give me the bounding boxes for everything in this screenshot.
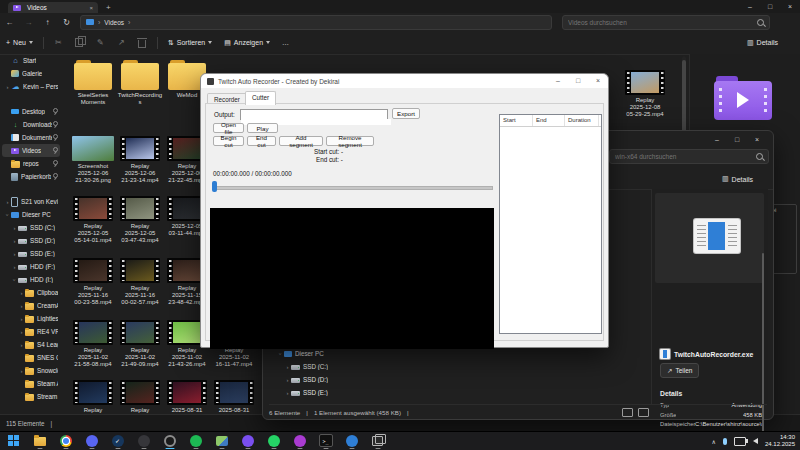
taskbar-icon-purple-app[interactable] (240, 433, 255, 448)
search-input[interactable] (615, 153, 756, 160)
details-pane-toggle[interactable]: ▥ Details (716, 175, 759, 183)
search-box[interactable] (562, 15, 770, 30)
seek-slider-thumb[interactable] (212, 181, 217, 192)
close-button[interactable]: × (780, 0, 800, 12)
sidebar-item-start[interactable]: Start (2, 54, 60, 67)
minimize-button[interactable]: – (707, 133, 727, 145)
sidebar-item-steam-achiev[interactable]: Steam Achiev (2, 377, 60, 390)
segments-table[interactable]: StartEndDuration (499, 114, 602, 334)
column-header-end[interactable]: End (533, 115, 565, 126)
microphone-icon[interactable] (723, 438, 727, 445)
chevron-down-icon[interactable]: › (278, 350, 284, 357)
column-header-start[interactable]: Start (500, 115, 533, 126)
sidebar-item-ssd-e[interactable]: ›SSD (E:) (275, 386, 381, 399)
sidebar-item-ssd-c[interactable]: ›SSD (C:) (2, 221, 60, 234)
sidebar-item-ssd-c[interactable]: ›SSD (C:) (275, 360, 381, 373)
sidebar-item-s4-league[interactable]: ›S4 League (2, 338, 60, 351)
chevron-right-icon[interactable]: › (18, 303, 25, 309)
play-button[interactable]: Play (247, 123, 278, 133)
seek-slider-track[interactable] (213, 186, 493, 190)
file-tile-twitchrecording-s[interactable]: TwitchRecordings (117, 58, 163, 106)
back-button[interactable]: ← (0, 18, 19, 27)
close-button[interactable]: × (588, 74, 608, 86)
minimize-button[interactable]: – (740, 0, 760, 12)
pane-scrollbar[interactable] (762, 253, 764, 450)
taskbar-icon-recorder-app[interactable] (162, 433, 177, 448)
chevron-right-icon[interactable]: › (18, 290, 25, 296)
file-tile-replay-2025-12-06-21-23-14-mp4[interactable]: Replay2025-12-0621-23-14.mp4 (117, 136, 163, 185)
sidebar-item-dieser-pc[interactable]: ›Dieser PC (2, 208, 60, 221)
file-tile-replay-2025-12-08-05-29-25-mp4[interactable]: Replay2025-12-0805-29-25.mp4 (622, 70, 668, 119)
grid-view-icon[interactable] (638, 408, 649, 417)
breadcrumb[interactable]: › Videos › (80, 15, 552, 30)
chevron-down-icon[interactable]: › (12, 276, 18, 283)
sidebar-item-repos[interactable]: repos (2, 157, 60, 170)
sidebar-item-videos[interactable]: Videos (2, 144, 60, 157)
taskbar-icon-file-explorer[interactable] (32, 433, 47, 448)
taskbar-icon-blue-circle-app[interactable] (84, 433, 99, 448)
chevron-right-icon[interactable]: › (18, 342, 25, 348)
sidebar-item-snowcloak[interactable]: ›Snowcloak (2, 364, 60, 377)
sidebar-item-hdd-i[interactable]: ›HDD (I:) (2, 273, 60, 286)
forward-button[interactable]: → (19, 18, 38, 27)
taskbar-icon-chrome[interactable] (58, 433, 73, 448)
refresh-button[interactable]: ↻ (57, 18, 76, 27)
search-input[interactable] (568, 19, 757, 26)
sidebar-item-desktop[interactable]: Desktop (2, 105, 60, 118)
remove-segment-button[interactable]: Remove segment (326, 136, 374, 146)
add-segment-button[interactable]: Add segment (279, 136, 323, 146)
file-tile-replay-2025-12-05-05-14-01-mp4[interactable]: Replay2025-12-0505-14-01.mp4 (70, 196, 116, 245)
sidebar-item-downloads[interactable]: Downloads (2, 118, 60, 131)
rename-icon[interactable]: ✎ (94, 36, 107, 49)
begin-cut-button[interactable]: Begin cut (213, 136, 244, 146)
file-tile-replay-2025-11-02-21-58-08-mp4[interactable]: Replay2025-11-0221-58-08.mp4 (70, 320, 116, 369)
export-button[interactable]: Export (392, 108, 420, 119)
chevron-right-icon[interactable]: › (18, 368, 25, 374)
file-tile-replay-2025-12-05-03-47-43-mp4[interactable]: Replay2025-12-0503-47-43.mp4 (117, 196, 163, 245)
sidebar-item-clipboard-hist[interactable]: ›Clipboard Hist (2, 286, 60, 299)
sort-button[interactable]: ⇅ Sortieren (162, 39, 218, 47)
sidebar-item-stream-deck[interactable]: Stream Deck (2, 390, 60, 403)
chevron-right-icon[interactable]: › (18, 329, 25, 335)
clock[interactable]: 14:30 24.12.2025 (765, 434, 798, 448)
sidebar-item-kevin-pers-nli[interactable]: ›Kevin – Persönli (2, 80, 60, 93)
chevron-down-icon[interactable]: › (5, 211, 11, 218)
chevron-right-icon[interactable]: › (284, 377, 291, 383)
share-icon[interactable]: ↗ (115, 36, 128, 49)
taskbar-icon-window-stack[interactable] (370, 433, 385, 448)
cut-icon[interactable]: ✂ (52, 36, 65, 49)
speaker-icon[interactable] (753, 438, 758, 444)
sidebar-item-ssd-d[interactable]: ›SSD (D:) (275, 373, 381, 386)
sidebar-item-galerie[interactable]: Galerie (2, 67, 60, 80)
sidebar-item-papierkorb[interactable]: Papierkorb (2, 170, 60, 183)
close-button[interactable]: × (747, 133, 767, 145)
sidebar-item-snes-covers[interactable]: SNES Covers (2, 351, 60, 364)
tab-cutter[interactable]: Cutter (245, 91, 276, 105)
share-button[interactable]: ↗ Teilen (660, 363, 699, 378)
new-tab-button[interactable]: + (106, 2, 111, 13)
taskbar-icon-terminal[interactable]: >_ (318, 433, 333, 448)
sidebar-item-hdd-f[interactable]: ›HDD (F:) (2, 260, 60, 273)
sidebar-item-s21-von-kevin[interactable]: ›S21 von Kevin (2, 195, 60, 208)
file-tile-replay-2025-11-16-00-23-58-mp4[interactable]: Replay2025-11-1600-23-58.mp4 (70, 258, 116, 307)
chevron-right-icon[interactable]: › (4, 84, 11, 90)
tray-chevron-up-icon[interactable]: ∧ (712, 438, 716, 445)
maximize-button[interactable]: □ (568, 74, 588, 86)
delete-icon[interactable] (136, 36, 149, 49)
chevron-right-icon[interactable]: › (4, 199, 11, 205)
sidebar-item-creamapi[interactable]: ›CreamApi (2, 299, 60, 312)
search-box[interactable] (609, 149, 769, 164)
view-button[interactable]: ▤ Anzeigen (218, 39, 276, 47)
output-field[interactable] (240, 109, 388, 120)
taskbar-icon-whatsapp[interactable] (266, 433, 281, 448)
end-cut-button[interactable]: End cut (247, 136, 276, 146)
tab-close-icon[interactable]: × (89, 5, 93, 11)
sidebar-item-dokumente[interactable]: Dokumente (2, 131, 60, 144)
file-tile-steelseries-moments[interactable]: SteelSeriesMoments (70, 58, 116, 106)
chevron-right-icon[interactable]: › (11, 264, 18, 270)
maximize-button[interactable]: □ (727, 133, 747, 145)
copy-icon[interactable] (73, 36, 86, 49)
more-button[interactable]: … (276, 39, 295, 46)
sidebar-item-re4-vr-rando[interactable]: ›RE4 VR Rando (2, 325, 60, 338)
video-preview[interactable] (210, 208, 494, 349)
